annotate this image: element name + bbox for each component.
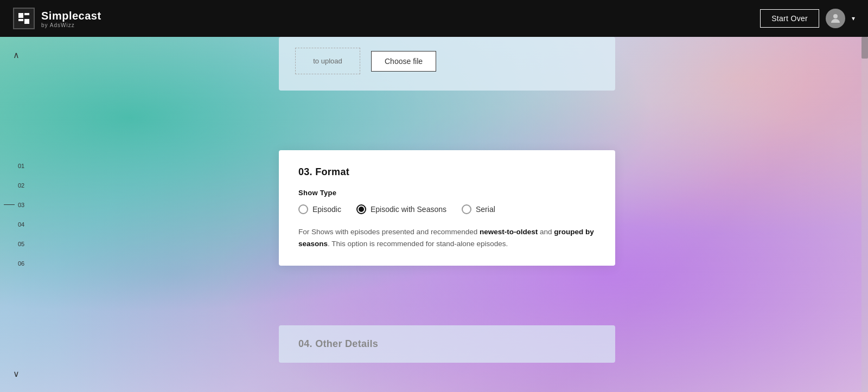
svg-rect-2 bbox=[18, 19, 23, 21]
description-prefix: For Shows with episodes presented and re… bbox=[298, 228, 480, 236]
scrollbar-thumb[interactable] bbox=[861, 37, 868, 59]
start-over-button[interactable]: Start Over bbox=[760, 9, 819, 28]
logo-text: Simplecast by AdsWizz bbox=[41, 9, 101, 28]
description-suffix: . This option is recommended for stand-a… bbox=[328, 240, 508, 248]
show-type-radio-group: Episodic Episodic with Seasons Serial bbox=[298, 204, 596, 214]
navbar-left: Simplecast by AdsWizz bbox=[13, 8, 101, 29]
radio-label-serial: Serial bbox=[476, 205, 495, 214]
step-numbers: 01 02 03 04 05 06 bbox=[4, 65, 29, 364]
scroll-down-button[interactable]: ∨ bbox=[9, 364, 24, 383]
description-bold-newest: newest-to-oldest bbox=[480, 228, 538, 236]
radio-label-episodic: Episodic bbox=[312, 205, 341, 214]
logo-title: Simplecast bbox=[41, 9, 101, 22]
choose-file-button[interactable]: Choose file bbox=[371, 51, 436, 72]
radio-episodic[interactable]: Episodic bbox=[298, 204, 341, 214]
step-num-03: 03 bbox=[18, 202, 24, 208]
step-num-05: 05 bbox=[18, 241, 24, 247]
step-num-01: 01 bbox=[18, 163, 24, 169]
svg-point-4 bbox=[833, 14, 838, 18]
chevron-down-icon[interactable]: ▾ bbox=[852, 15, 855, 22]
main-content: to upload Choose file 03. Format Show Ty… bbox=[33, 37, 861, 392]
other-details-title: 04. Other Details bbox=[298, 338, 596, 350]
scroll-up-button[interactable]: ∧ bbox=[9, 46, 24, 65]
step-num-04: 04 bbox=[18, 221, 24, 228]
upload-card: to upload Choose file bbox=[279, 37, 615, 91]
show-type-label: Show Type bbox=[298, 189, 596, 197]
scrollbar-track[interactable] bbox=[861, 37, 868, 392]
steps-sidebar: ∧ 01 02 03 04 05 06 ∨ bbox=[0, 37, 33, 392]
svg-rect-3 bbox=[24, 13, 29, 15]
format-section-title: 03. Format bbox=[298, 166, 596, 178]
step-item-01: 01 bbox=[4, 156, 29, 176]
step-line-03 bbox=[4, 204, 15, 205]
avatar[interactable] bbox=[826, 9, 845, 28]
logo-subtitle: by AdsWizz bbox=[41, 22, 101, 28]
step-item-05: 05 bbox=[4, 234, 29, 254]
svg-rect-1 bbox=[24, 19, 29, 24]
format-card: 03. Format Show Type Episodic Episodic w… bbox=[279, 150, 615, 266]
navbar-right: Start Over ▾ bbox=[760, 9, 855, 28]
upload-inner: to upload Choose file bbox=[295, 48, 599, 74]
step-item-02: 02 bbox=[4, 176, 29, 195]
radio-circle-episodic bbox=[298, 204, 308, 214]
format-description: For Shows with episodes presented and re… bbox=[298, 226, 596, 249]
step-item-03: 03 bbox=[4, 195, 29, 215]
other-details-card: 04. Other Details bbox=[279, 325, 615, 363]
svg-rect-0 bbox=[18, 13, 23, 18]
dropzone-text: to upload bbox=[313, 57, 342, 65]
description-mid: and bbox=[538, 228, 554, 236]
logo-icon bbox=[13, 8, 35, 29]
radio-circle-episodic-seasons bbox=[356, 204, 366, 214]
radio-circle-serial bbox=[462, 204, 471, 214]
navbar: Simplecast by AdsWizz Start Over ▾ bbox=[0, 0, 868, 37]
radio-episodic-seasons[interactable]: Episodic with Seasons bbox=[356, 204, 446, 214]
step-item-04: 04 bbox=[4, 215, 29, 234]
radio-label-episodic-seasons: Episodic with Seasons bbox=[371, 205, 446, 214]
step-num-06: 06 bbox=[18, 260, 24, 267]
step-num-02: 02 bbox=[18, 182, 24, 189]
radio-serial[interactable]: Serial bbox=[462, 204, 495, 214]
step-item-06: 06 bbox=[4, 254, 29, 273]
upload-dropzone[interactable]: to upload bbox=[295, 48, 360, 74]
